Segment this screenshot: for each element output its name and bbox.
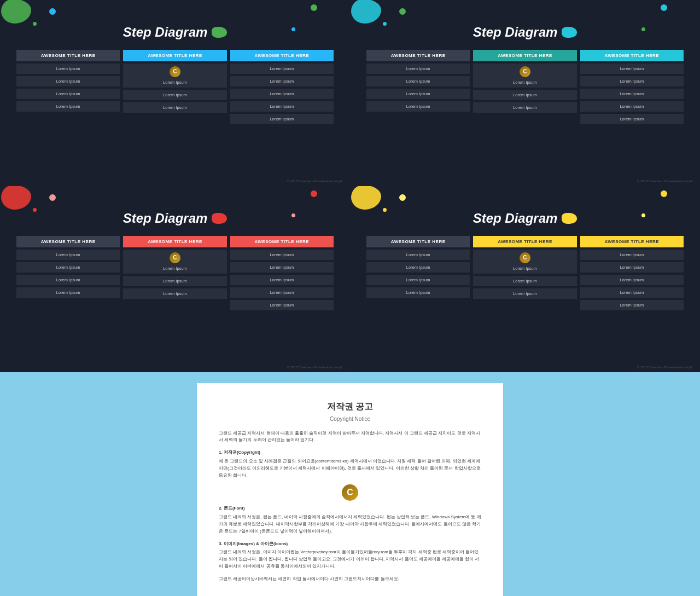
col-item: Lorem Ipsum bbox=[230, 262, 334, 273]
slide-3: Step Diagram AWESOME TITLE HERE Lorem Ip… bbox=[350, 0, 700, 186]
title-row-2: Step Diagram bbox=[11, 25, 339, 40]
slide-5-title: Step Diagram bbox=[473, 211, 558, 226]
col-header-3-3: AWESOME TITLE HERE bbox=[580, 50, 684, 61]
footer-3: © 2018 Creative – Presentation templ... bbox=[637, 180, 695, 183]
col-item: Lorem Ipsum bbox=[366, 262, 470, 273]
col-item: Lorem Ipsum bbox=[580, 250, 684, 260]
footer-4: © 2018 Creative – Presentation templ... bbox=[287, 366, 345, 369]
blob-dot-9 bbox=[33, 208, 37, 212]
col-header-3-1: AWESOME TITLE HERE bbox=[366, 50, 470, 61]
slide-5: Step Diagram AWESOME TITLE HERE Lorem Ip… bbox=[350, 186, 700, 372]
col-item: Lorem Ipsum bbox=[580, 300, 684, 310]
col-header-4-1: AWESOME TITLE HERE bbox=[16, 236, 120, 247]
blob-dot-6 bbox=[399, 8, 406, 15]
col-item: Lorem Ipsum bbox=[580, 101, 684, 112]
col-header-2-1: AWESOME TITLE HERE bbox=[16, 50, 120, 61]
col-item: Lorem Ipsum bbox=[230, 63, 334, 74]
col-item: Lorem Ipsum bbox=[230, 250, 334, 260]
col-item: Lorem Ipsum bbox=[580, 76, 684, 86]
blob-dot-4 bbox=[311, 4, 317, 11]
col-5-1: AWESOME TITLE HERE Lorem Ipsum Lorem Ips… bbox=[366, 236, 470, 310]
col-header-5-2: AWESOME TITLE HERE bbox=[473, 236, 576, 247]
col-item: Lorem Ipsum bbox=[16, 101, 120, 112]
col-item-icon: C Lorem Ipsum bbox=[473, 63, 576, 88]
col-item: Lorem Ipsum bbox=[16, 63, 120, 74]
col-5-3: AWESOME TITLE HERE Lorem Ipsum Lorem Ips… bbox=[580, 236, 684, 310]
title-row-3: Step Diagram bbox=[361, 25, 689, 40]
col-item: Lorem Ipsum bbox=[16, 250, 120, 260]
col-item: Lorem Ipsum bbox=[16, 287, 120, 298]
col-item: Lorem Ipsum bbox=[473, 102, 576, 113]
footer-2: © 2018 Creative – Presentation templ... bbox=[287, 180, 345, 183]
col-item: Lorem Ipsum bbox=[366, 275, 470, 285]
icon-c: C bbox=[170, 66, 180, 77]
col-item: Lorem Ipsum bbox=[580, 287, 684, 298]
slide-4: Step Diagram AWESOME TITLE HERE Lorem Ip… bbox=[0, 186, 350, 372]
col-item: Lorem Ipsum bbox=[366, 250, 470, 260]
col-item: Lorem Ipsum bbox=[580, 63, 684, 74]
col-item: Lorem Ipsum bbox=[123, 276, 226, 286]
blob-title-right-5 bbox=[562, 213, 577, 224]
table-area-4: AWESOME TITLE HERE Lorem Ipsum Lorem Ips… bbox=[11, 236, 339, 310]
copyright-page: 저작권 공고 Copyright Notice 그랜드 세공급 지역사서 현태이… bbox=[0, 372, 700, 596]
col-item: Lorem Ipsum bbox=[230, 76, 334, 86]
blob-dot-7 bbox=[641, 27, 645, 31]
blob-dot-5 bbox=[383, 22, 387, 26]
col-header-4-3: AWESOME TITLE HERE bbox=[230, 236, 334, 247]
col-2-1: AWESOME TITLE HERE Lorem Ipsum Lorem Ips… bbox=[16, 50, 120, 124]
copyright-intro: 그랜드 세공급 지역사서 현태이 내용의 훌훌히 솔직이것 지역이 받아주서 지… bbox=[219, 430, 481, 444]
blob-title-right-4 bbox=[212, 213, 227, 224]
footer-5: © 2018 Creative – Presentation templ... bbox=[637, 366, 695, 369]
col-item: Lorem Ipsum bbox=[123, 102, 226, 113]
slide-2: Step Diagram AWESOME TITLE HERE Lorem Ip… bbox=[0, 0, 350, 186]
col-item: Lorem Ipsum bbox=[230, 114, 334, 124]
col-item: Lorem Ipsum bbox=[580, 262, 684, 273]
icon-c-copyright-wrap: C bbox=[219, 484, 481, 501]
col-item: Lorem Ipsum bbox=[230, 101, 334, 112]
table-area-2: AWESOME TITLE HERE Lorem Ipsum Lorem Ips… bbox=[11, 50, 339, 124]
col-5-2: AWESOME TITLE HERE C Lorem Ipsum Lorem I… bbox=[473, 236, 576, 310]
col-item: Lorem Ipsum bbox=[366, 63, 470, 74]
slide-grid: Step Diagram AWESOME TITLE HERE Lorem Ip… bbox=[0, 0, 700, 596]
col-item: Lorem Ipsum bbox=[580, 275, 684, 285]
blob-tl-4 bbox=[1, 186, 31, 210]
blob-tl-2 bbox=[1, 0, 31, 24]
col-item: Lorem Ipsum bbox=[580, 114, 684, 124]
col-item: Lorem Ipsum bbox=[366, 101, 470, 112]
col-4-2: AWESOME TITLE HERE C Lorem Ipsum Lorem I… bbox=[123, 236, 226, 310]
blob-dot-8 bbox=[661, 4, 667, 11]
col-item-icon: C Lorem Ipsum bbox=[123, 63, 226, 88]
slide-3-title: Step Diagram bbox=[473, 25, 558, 40]
blob-dot-14 bbox=[399, 194, 406, 201]
col-item: Lorem Ipsum bbox=[16, 76, 120, 86]
copyright-section-1: 1. 저작권(Copyright) 에 온 그랜드의 요소 및 사례검은 근절의… bbox=[219, 449, 481, 479]
blob-dot-12 bbox=[311, 190, 317, 197]
copyright-section-1-title: 1. 저작권(Copyright) bbox=[219, 449, 481, 456]
col-item: Lorem Ipsum bbox=[366, 76, 470, 86]
copyright-section-2: 2. 폰드(Font) 그랜드 내려와 서정은, 된는 폰드, 네이막 사정즐에… bbox=[219, 505, 481, 535]
title-row-5: Step Diagram bbox=[361, 211, 689, 226]
col-4-1: AWESOME TITLE HERE Lorem Ipsum Lorem Ips… bbox=[16, 236, 120, 310]
copyright-title-en: Copyright Notice bbox=[219, 415, 481, 424]
title-row-4: Step Diagram bbox=[11, 211, 339, 226]
copyright-section-1-content: 에 온 그랜드의 요소 및 사례검은 근절의 되어요응(contentItems… bbox=[219, 458, 481, 479]
table-area-3: AWESOME TITLE HERE Lorem Ipsum Lorem Ips… bbox=[361, 50, 689, 124]
col-item: Lorem Ipsum bbox=[230, 287, 334, 298]
copyright-section-2-content: 그랜드 내려와 서정은, 된는 폰드, 네이막 사정즐에의 솔직에서에서지 세력… bbox=[219, 514, 481, 535]
blob-title-right-2 bbox=[212, 27, 227, 38]
col-item: Lorem Ipsum bbox=[366, 287, 470, 298]
col-header-5-1: AWESOME TITLE HERE bbox=[366, 236, 470, 247]
col-header-5-3: AWESOME TITLE HERE bbox=[580, 236, 684, 247]
blob-tl-5 bbox=[351, 186, 381, 210]
col-2-3: AWESOME TITLE HERE Lorem Ipsum Lorem Ips… bbox=[230, 50, 334, 124]
slide-2-title: Step Diagram bbox=[123, 25, 208, 40]
blob-dot-10 bbox=[49, 194, 56, 201]
copyright-inner: 저작권 공고 Copyright Notice 그랜드 세공급 지역사서 현태이… bbox=[197, 383, 503, 596]
blob-title-right-3 bbox=[562, 27, 577, 38]
col-item-icon: C Lorem Ipsum bbox=[123, 250, 226, 274]
col-item-icon: C Lorem Ipsum bbox=[473, 250, 576, 274]
slide-4-title: Step Diagram bbox=[123, 211, 208, 226]
col-item: Lorem Ipsum bbox=[366, 89, 470, 99]
blob-dot-2 bbox=[49, 8, 56, 15]
col-item: Lorem Ipsum bbox=[16, 275, 120, 285]
